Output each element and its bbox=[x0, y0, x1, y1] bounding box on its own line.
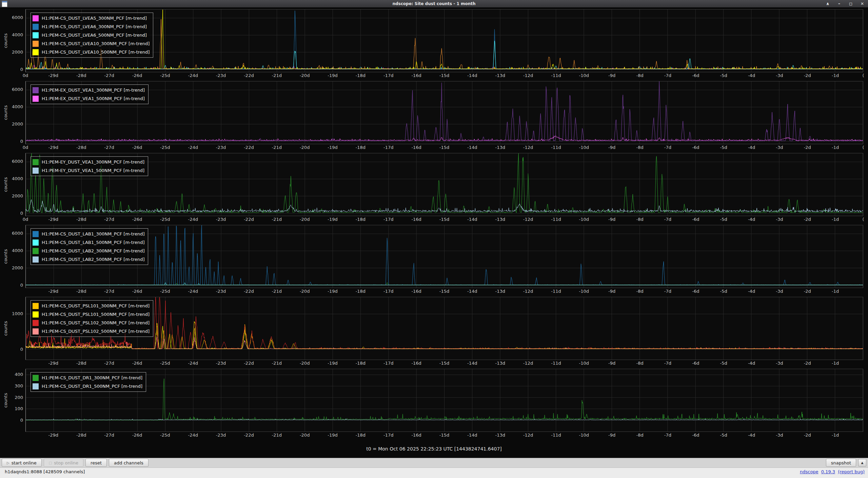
x-tick-label: 0d bbox=[23, 145, 28, 150]
plot-4-canvas[interactable] bbox=[26, 225, 863, 288]
x-tick-label: -18d bbox=[356, 289, 366, 294]
x-tick-label: 0d bbox=[23, 73, 28, 78]
ndscope-link[interactable]: ndscope bbox=[800, 469, 818, 474]
version-link[interactable]: 0.19.3 bbox=[821, 469, 835, 474]
plot-4-view[interactable]: H1:PEM-CS_DUST_LAB1_300NM_PCF [m-trend]H… bbox=[25, 225, 863, 288]
plot-4-y-axis[interactable]: counts0200040006000 bbox=[0, 225, 25, 288]
x-tick-label: -7d bbox=[664, 145, 671, 150]
plot-2-x-axis[interactable]: 0d-29d-28d-27d-26d-25d-24d-23d-22d-21d-2… bbox=[25, 145, 863, 152]
plot-2-y-axis[interactable]: counts0200040006000 bbox=[0, 81, 25, 144]
plot-1-x-axis[interactable]: 0d-29d-28d-27d-26d-25d-24d-23d-22d-21d-2… bbox=[25, 73, 863, 80]
plot-3-legend[interactable]: H1:PEM-EY_DUST_VEA1_300NM_PCF [m-trend]H… bbox=[31, 156, 148, 176]
legend-channel-label: H1:PEM-CS_DUST_LAB2_500NM_PCF [m-trend] bbox=[42, 257, 144, 262]
x-tick-label: -10d bbox=[579, 145, 589, 150]
y-tick-label: 4000 bbox=[12, 248, 23, 253]
plot-6-y-axis[interactable]: counts0100200300400 bbox=[0, 369, 25, 432]
x-tick-label: -2d bbox=[804, 145, 811, 150]
minimize-window-button[interactable]: – bbox=[833, 1, 845, 6]
add-channels-button[interactable]: add channels bbox=[109, 459, 149, 467]
legend-swatch bbox=[33, 41, 39, 47]
legend-swatch bbox=[33, 32, 39, 38]
plot-2-legend[interactable]: H1:PEM-EX_DUST_VEA1_300NM_PCF [m-trend]H… bbox=[31, 84, 149, 104]
plot-4-x-axis[interactable]: -29d-28d-27d-26d-25d-24d-23d-22d-21d-20d… bbox=[25, 289, 863, 295]
app-window-icon[interactable] bbox=[2, 1, 7, 7]
y-tick-label: 0 bbox=[20, 283, 23, 288]
legend-swatch bbox=[33, 168, 39, 174]
x-tick-label: -16d bbox=[411, 73, 421, 78]
x-tick-label: -22d bbox=[244, 289, 254, 294]
x-tick-label: -19d bbox=[328, 73, 338, 78]
y-axis-label: counts bbox=[3, 246, 8, 267]
x-tick-label: -10d bbox=[579, 361, 589, 366]
plot-5-legend[interactable]: H1:PEM-CS_DUST_PSL101_300NM_PCF [m-trend… bbox=[31, 300, 153, 337]
plot-1-legend[interactable]: H1:PEM-CS_DUST_LVEA5_300NM_PCF [m-trend]… bbox=[31, 13, 153, 58]
plot-4-legend[interactable]: H1:PEM-CS_DUST_LAB1_300NM_PCF [m-trend]H… bbox=[31, 228, 148, 265]
title-bar[interactable]: ndscope: Site dust counts - 1 month ∧ – … bbox=[0, 0, 868, 8]
x-tick-label: -27d bbox=[104, 433, 114, 438]
x-tick-label: -8d bbox=[636, 145, 643, 150]
plot-6: counts0100200300400H1:PEM-CS_DUST_DR1_30… bbox=[0, 369, 868, 440]
x-tick-label: -6d bbox=[692, 145, 699, 150]
legend-item: H1:PEM-EX_DUST_VEA1_300NM_PCF [m-trend] bbox=[33, 86, 145, 94]
version-links: ndscope 0.19.3 (report bug) bbox=[798, 469, 865, 474]
x-tick-label: -1d bbox=[832, 289, 839, 294]
plot-1-view[interactable]: H1:PEM-CS_DUST_LVEA5_300NM_PCF [m-trend]… bbox=[25, 9, 863, 72]
x-tick-label: -18d bbox=[356, 217, 366, 222]
y-tick-label: 6000 bbox=[12, 231, 23, 236]
stop-online-button[interactable]: □ stop online bbox=[44, 459, 83, 467]
x-tick-label: -19d bbox=[328, 433, 338, 438]
legend-channel-label: H1:PEM-CS_DUST_LVEA6_300NM_PCF [m-trend] bbox=[42, 24, 147, 29]
x-tick-label: -29d bbox=[48, 73, 59, 78]
legend-channel-label: H1:PEM-CS_DUST_PSL101_300NM_PCF [m-trend… bbox=[42, 303, 150, 308]
x-tick-label: -2d bbox=[804, 217, 811, 222]
x-tick-label: -6d bbox=[692, 217, 699, 222]
x-tick-label: -26d bbox=[132, 433, 142, 438]
x-tick-label: -19d bbox=[328, 217, 338, 222]
plot-5-x-axis[interactable]: -29d-28d-27d-26d-25d-24d-23d-22d-21d-20d… bbox=[25, 361, 863, 367]
close-window-button[interactable]: ✕ bbox=[856, 1, 868, 6]
x-tick-label: -23d bbox=[216, 361, 226, 366]
x-tick-label: -24d bbox=[188, 433, 198, 438]
legend-swatch bbox=[33, 24, 39, 30]
plot-6-view[interactable]: H1:PEM-CS_DUST_DR1_300NM_PCF [m-trend]H1… bbox=[25, 369, 863, 432]
shade-window-button[interactable]: ∧ bbox=[822, 1, 833, 6]
report-bug-link[interactable]: (report bug) bbox=[838, 469, 865, 474]
x-tick-label: -12d bbox=[523, 289, 533, 294]
start-online-button[interactable]: ▷ start online bbox=[2, 459, 42, 467]
plot-2-canvas[interactable] bbox=[26, 81, 863, 144]
legend-item: H1:PEM-CS_DUST_PSL101_300NM_PCF [m-trend… bbox=[33, 302, 150, 310]
plot-3-canvas[interactable] bbox=[26, 153, 863, 216]
x-tick-label: -22d bbox=[244, 217, 254, 222]
x-tick-label: -11d bbox=[551, 217, 561, 222]
plot-3-view[interactable]: H1:PEM-EY_DUST_VEA1_300NM_PCF [m-trend]H… bbox=[25, 153, 863, 216]
x-tick-label: -8d bbox=[636, 217, 643, 222]
x-tick-label: -12d bbox=[523, 145, 533, 150]
plot-6-canvas[interactable] bbox=[26, 369, 863, 432]
scroll-up-button[interactable]: ▲ bbox=[858, 459, 866, 466]
plot-6-x-axis[interactable]: -29d-28d-27d-26d-25d-24d-23d-22d-21d-20d… bbox=[25, 433, 863, 439]
y-tick-label: 1000 bbox=[12, 311, 23, 316]
reset-button[interactable]: reset bbox=[85, 459, 107, 467]
x-tick-label: -21d bbox=[272, 217, 282, 222]
legend-item: H1:PEM-EY_DUST_VEA1_500NM_PCF [m-trend] bbox=[33, 166, 144, 175]
x-tick-label: -20d bbox=[300, 433, 310, 438]
legend-swatch bbox=[33, 15, 39, 21]
plot-2-view[interactable]: H1:PEM-EX_DUST_VEA1_300NM_PCF [m-trend]H… bbox=[25, 81, 863, 144]
plot-3-y-axis[interactable]: counts0200040006000 bbox=[0, 153, 25, 216]
plot-6-legend[interactable]: H1:PEM-CS_DUST_DR1_300NM_PCF [m-trend]H1… bbox=[31, 372, 146, 392]
x-tick-label: -23d bbox=[216, 145, 226, 150]
x-tick-label: -27d bbox=[104, 145, 114, 150]
x-tick-label: -16d bbox=[411, 361, 421, 366]
snapshot-button[interactable]: snapshot bbox=[826, 459, 856, 467]
x-tick-label: -5d bbox=[720, 73, 727, 78]
plot-5-y-axis[interactable]: counts01000 bbox=[0, 297, 25, 360]
x-tick-label: -3d bbox=[776, 361, 783, 366]
plot-5-view[interactable]: H1:PEM-CS_DUST_PSL101_300NM_PCF [m-trend… bbox=[25, 297, 863, 360]
x-tick-label: -28d bbox=[76, 289, 86, 294]
legend-swatch bbox=[33, 328, 39, 334]
maximize-window-button[interactable]: ◻ bbox=[845, 1, 856, 6]
plot-3-x-axis[interactable]: 0d-29d-28d-27d-26d-25d-24d-23d-22d-21d-2… bbox=[25, 217, 863, 224]
x-tick-label: -6d bbox=[692, 73, 699, 78]
x-tick-label: -9d bbox=[608, 289, 615, 294]
plot-1-y-axis[interactable]: counts0200040006000 bbox=[0, 9, 25, 72]
